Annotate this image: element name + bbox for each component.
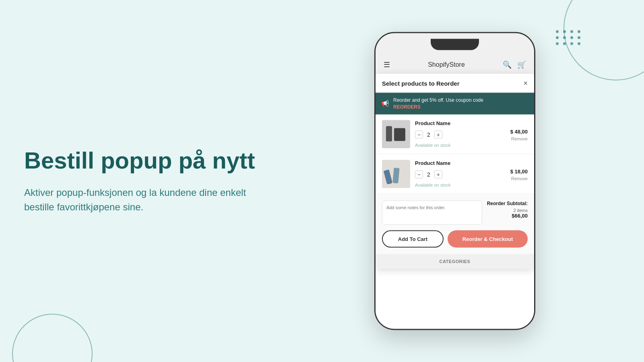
product-qty-row-2: − 2 + $ 18,00 Remove	[415, 168, 528, 181]
phone-frame: ☰ ShopifyStore 🔍 🛒 Select products to Re…	[374, 32, 535, 330]
megaphone-icon: 📢	[381, 100, 389, 107]
store-title: ShopifyStore	[428, 61, 465, 68]
subtotal-items: 2 items	[487, 208, 528, 212]
phone-screen: ☰ ShopifyStore 🔍 🛒 Select products to Re…	[376, 56, 534, 329]
notes-textarea[interactable]	[382, 200, 482, 224]
product-price-remove-2: $ 18,00 Remove	[510, 168, 528, 181]
cart-icon[interactable]: 🛒	[517, 60, 526, 69]
phone-notch-area	[376, 33, 534, 56]
product-price-1: $ 48,00	[510, 128, 528, 134]
subtotal-price: $66,00	[487, 212, 528, 218]
product-details-1: Product Name − 2 + $ 48,00 Remove	[415, 120, 528, 147]
coupon-banner: 📢 Reorder and get 5% off. Use coupon cod…	[376, 93, 534, 115]
product-item-2: Product Name − 2 + $ 18,00 Remove	[376, 154, 534, 194]
deco-circle-bottom-left	[12, 314, 93, 362]
stock-status-1: Available on stock	[415, 142, 528, 147]
stock-status-2: Available on stock	[415, 182, 528, 187]
product-price-remove-1: $ 48,00 Remove	[510, 128, 528, 141]
subtotal-label: Reorder Subtotal:	[487, 200, 528, 206]
coupon-text: Reorder and get 5% off. Use coupon code …	[393, 97, 483, 111]
notes-subtotal-row: Reorder Subtotal: 2 items $66,00	[382, 200, 528, 224]
product-img-1-visual	[382, 120, 410, 148]
qty-num-1: 2	[427, 132, 430, 138]
qty-controls-1: − 2 +	[415, 131, 442, 139]
sub-text: Aktiver popup-funksjonen og la kundene d…	[24, 185, 258, 214]
reorder-popup: Select products to Reorder × 📢 Reorder a…	[376, 74, 534, 269]
product-name-1: Product Name	[415, 120, 528, 126]
popup-header: Select products to Reorder ×	[376, 74, 534, 93]
left-section: Bestill popup på nytt Aktiver popup-funk…	[24, 148, 258, 214]
categories-bar: CATEGORIES	[376, 254, 534, 268]
subtotal-box: Reorder Subtotal: 2 items $66,00	[487, 200, 528, 218]
store-header-icons: 🔍 🛒	[503, 60, 526, 69]
qty-decrease-2[interactable]: −	[415, 171, 423, 179]
product-remove-2[interactable]: Remove	[510, 176, 528, 181]
action-buttons: Add To Cart Reorder & Checkout	[382, 230, 528, 247]
product-remove-1[interactable]: Remove	[510, 136, 528, 141]
product-qty-row-1: − 2 + $ 48,00 Remove	[415, 128, 528, 141]
qty-controls-2: − 2 +	[415, 171, 442, 179]
qty-num-2: 2	[427, 171, 430, 178]
product-image-2	[382, 160, 410, 188]
add-to-cart-button[interactable]: Add To Cart	[382, 230, 444, 247]
qty-decrease-1[interactable]: −	[415, 131, 423, 139]
product-name-2: Product Name	[415, 160, 528, 166]
phone-mockup: ☰ ShopifyStore 🔍 🛒 Select products to Re…	[374, 32, 535, 330]
qty-increase-1[interactable]: +	[434, 131, 442, 139]
product-item-1: Product Name − 2 + $ 48,00 Remove	[376, 114, 534, 154]
close-button[interactable]: ×	[523, 80, 528, 87]
coupon-code: REORDERS	[393, 104, 421, 109]
store-header: ☰ ShopifyStore 🔍 🛒	[376, 56, 534, 74]
product-img-2-visual	[382, 160, 410, 188]
product-price-2: $ 18,00	[510, 168, 528, 174]
menu-icon[interactable]: ☰	[384, 60, 390, 69]
product-image-1	[382, 120, 410, 148]
phone-notch	[431, 39, 479, 50]
product-details-2: Product Name − 2 + $ 18,00 Remove	[415, 160, 528, 187]
main-title: Bestill popup på nytt	[24, 148, 258, 173]
qty-increase-2[interactable]: +	[434, 171, 442, 179]
popup-title: Select products to Reorder	[382, 80, 460, 86]
popup-bottom: Reorder Subtotal: 2 items $66,00 Add To …	[376, 194, 534, 254]
deco-dots	[556, 30, 582, 45]
reorder-checkout-button[interactable]: Reorder & Checkout	[448, 230, 528, 247]
search-icon[interactable]: 🔍	[503, 60, 512, 69]
